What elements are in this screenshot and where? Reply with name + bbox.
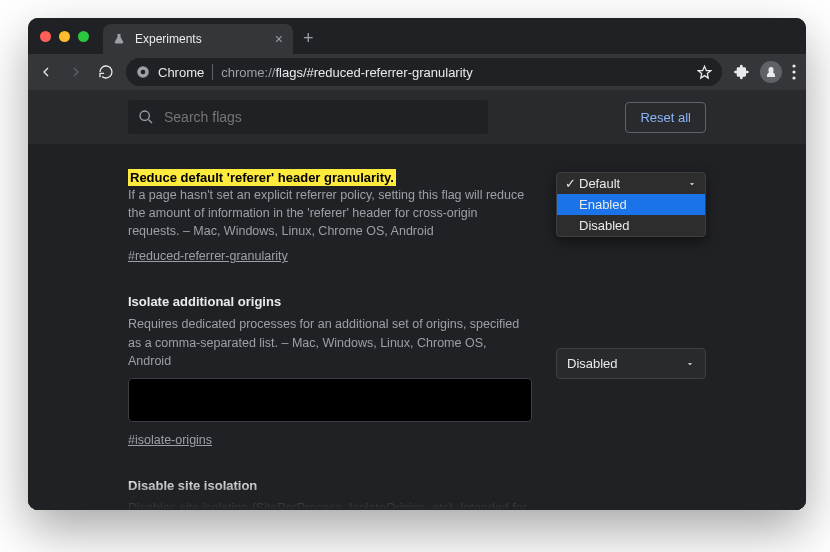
tab-title: Experiments bbox=[135, 32, 265, 46]
search-input[interactable] bbox=[164, 109, 478, 125]
flag-control: Disabled bbox=[556, 294, 706, 447]
flag-dropdown-open[interactable]: ✓ Default Enabled Disabled bbox=[556, 172, 706, 237]
dropdown-option-default[interactable]: ✓ Default bbox=[557, 173, 705, 194]
reload-button[interactable] bbox=[98, 64, 114, 80]
flag-anchor-link[interactable]: #isolate-origins bbox=[128, 433, 212, 447]
maximize-window-button[interactable] bbox=[78, 31, 89, 42]
flags-list: Reduce default 'referer' header granular… bbox=[28, 144, 806, 510]
minimize-window-button[interactable] bbox=[59, 31, 70, 42]
flags-topbar: Reset all bbox=[28, 90, 806, 144]
extensions-icon[interactable] bbox=[734, 64, 750, 80]
flag-title: Reduce default 'referer' header granular… bbox=[128, 169, 396, 186]
address-bar[interactable]: Chrome chrome://flags/#reduced-referrer-… bbox=[126, 58, 722, 86]
flag-control: ✓ Default Enabled Disabled bbox=[556, 168, 706, 264]
flag-item: Disable site isolation Disables site iso… bbox=[128, 478, 706, 510]
flag-description: If a page hasn't set an explicit referre… bbox=[128, 186, 532, 240]
close-window-button[interactable] bbox=[40, 31, 51, 42]
svg-point-5 bbox=[140, 111, 149, 120]
flag-anchor-link[interactable]: #reduced-referrer-granularity bbox=[128, 249, 288, 263]
toolbar-right bbox=[734, 61, 796, 83]
separator bbox=[212, 64, 213, 80]
flag-item: Reduce default 'referer' header granular… bbox=[128, 168, 706, 264]
flag-select[interactable]: Disabled bbox=[556, 348, 706, 379]
flag-title: Isolate additional origins bbox=[128, 294, 532, 309]
flag-item: Isolate additional origins Requires dedi… bbox=[128, 294, 706, 447]
new-tab-button[interactable]: + bbox=[303, 28, 314, 49]
flag-text: Disable site isolation Disables site iso… bbox=[128, 478, 532, 510]
dropdown-option-disabled[interactable]: Disabled bbox=[557, 215, 705, 236]
chevron-down-icon bbox=[685, 359, 695, 369]
flag-description: Requires dedicated processes for an addi… bbox=[128, 315, 532, 369]
menu-icon[interactable] bbox=[792, 64, 796, 80]
browser-tab[interactable]: Experiments × bbox=[103, 24, 293, 54]
flag-description: Disables site isolation (SitePerProcess,… bbox=[128, 499, 532, 510]
url-display: chrome://flags/#reduced-referrer-granula… bbox=[221, 65, 472, 80]
reset-all-button[interactable]: Reset all bbox=[625, 102, 706, 133]
page-content: Reset all Reduce default 'referer' heade… bbox=[28, 90, 806, 510]
window-controls bbox=[40, 31, 89, 42]
extension-badge-icon[interactable] bbox=[760, 61, 782, 83]
chrome-icon bbox=[136, 65, 150, 79]
back-button[interactable] bbox=[38, 64, 54, 80]
chevron-down-icon bbox=[687, 179, 697, 189]
flag-text: Reduce default 'referer' header granular… bbox=[128, 168, 532, 264]
flag-title: Disable site isolation bbox=[128, 478, 532, 493]
url-scheme-chip: Chrome bbox=[158, 65, 204, 80]
svg-point-3 bbox=[792, 70, 795, 73]
svg-point-1 bbox=[141, 70, 146, 75]
origins-textarea[interactable] bbox=[128, 378, 532, 422]
forward-button[interactable] bbox=[68, 64, 84, 80]
select-value: Disabled bbox=[567, 356, 618, 371]
flask-icon bbox=[113, 33, 125, 45]
titlebar: Experiments × + bbox=[28, 18, 806, 54]
svg-point-4 bbox=[792, 76, 795, 79]
svg-point-2 bbox=[792, 64, 795, 67]
close-tab-button[interactable]: × bbox=[275, 31, 283, 47]
check-icon: ✓ bbox=[565, 176, 575, 191]
nav-buttons bbox=[38, 64, 114, 80]
search-icon bbox=[138, 109, 154, 125]
dropdown-option-enabled[interactable]: Enabled bbox=[557, 194, 705, 215]
search-box[interactable] bbox=[128, 100, 488, 134]
toolbar: Chrome chrome://flags/#reduced-referrer-… bbox=[28, 54, 806, 90]
flag-control: Default bbox=[556, 478, 706, 510]
flag-text: Isolate additional origins Requires dedi… bbox=[128, 294, 532, 447]
browser-window: Experiments × + Chrome chrome://flags/#r bbox=[28, 18, 806, 510]
bookmark-star-icon[interactable] bbox=[697, 65, 712, 80]
